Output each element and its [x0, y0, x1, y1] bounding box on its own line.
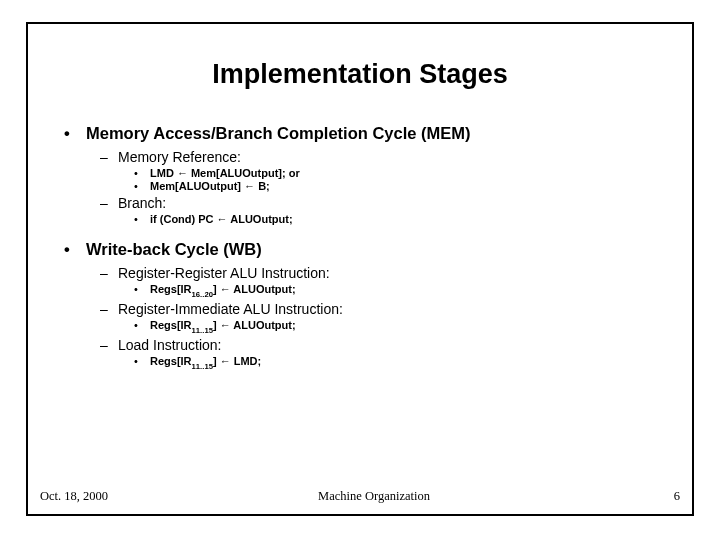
left-arrow-icon: ←: [220, 355, 231, 367]
bullet3-icon: •: [134, 319, 150, 331]
reg-reg-heading: Register-Register ALU Instruction:: [118, 265, 330, 281]
mem-cycle-heading: Memory Access/Branch Completion Cycle (M…: [86, 124, 470, 143]
item-mem-text: Mem[ALUOutput] ← B;: [150, 180, 270, 192]
bullet2-icon: –: [100, 301, 118, 317]
sub: 11..15: [192, 326, 213, 335]
t: ALUOutput;: [228, 213, 293, 225]
bullet2-icon: –: [100, 195, 118, 211]
bullet-mem-cycle: • Memory Access/Branch Completion Cycle …: [64, 124, 672, 143]
left-arrow-icon: ←: [217, 213, 228, 225]
t: Mem[ALUOutput]; or: [188, 167, 300, 179]
t: LMD;: [231, 355, 262, 367]
t: B;: [255, 180, 270, 192]
load-heading: Load Instruction:: [118, 337, 222, 353]
bullet1-icon: •: [64, 124, 86, 143]
item-regs2: • Regs[IR11..15] ← ALUOutput;: [134, 319, 672, 334]
slide-content: • Memory Access/Branch Completion Cycle …: [28, 124, 692, 371]
t: ]: [213, 283, 220, 295]
slide-title: Implementation Stages: [28, 59, 692, 90]
item-regs1: • Regs[IR16..20] ← ALUOutput;: [134, 283, 672, 298]
item-lmd: • LMD ← Mem[ALUOutput]; or: [134, 167, 672, 179]
t: Regs[IR: [150, 283, 192, 295]
wb-cycle-heading: Write-back Cycle (WB): [86, 240, 262, 259]
item-cond: • if (Cond) PC ← ALUOutput;: [134, 213, 672, 225]
t: ]: [213, 355, 220, 367]
bullet2-icon: –: [100, 265, 118, 281]
footer-page-number: 6: [640, 489, 680, 504]
left-arrow-icon: ←: [177, 167, 188, 179]
bullet3-icon: •: [134, 283, 150, 295]
sub-memory-reference: – Memory Reference:: [100, 149, 672, 165]
item-regs3-text: Regs[IR11..15] ← LMD;: [150, 355, 261, 370]
t: ALUOutput;: [231, 319, 296, 331]
slide-frame: Implementation Stages • Memory Access/Br…: [26, 22, 694, 516]
left-arrow-icon: ←: [244, 180, 255, 192]
reg-imm-heading: Register-Immediate ALU Instruction:: [118, 301, 343, 317]
left-arrow-icon: ←: [220, 319, 231, 331]
t: Mem[ALUOutput]: [150, 180, 244, 192]
t: if (Cond) PC: [150, 213, 217, 225]
bullet3-icon: •: [134, 355, 150, 367]
t: LMD: [150, 167, 177, 179]
slide-footer: Oct. 18, 2000 Machine Organization 6: [40, 489, 680, 504]
sub-load: – Load Instruction:: [100, 337, 672, 353]
t: Regs[IR: [150, 355, 192, 367]
t: ]: [213, 319, 220, 331]
item-lmd-text: LMD ← Mem[ALUOutput]; or: [150, 167, 300, 179]
item-regs3: • Regs[IR11..15] ← LMD;: [134, 355, 672, 370]
sub: 11..15: [192, 362, 213, 371]
footer-title: Machine Organization: [108, 489, 640, 504]
bullet3-icon: •: [134, 180, 150, 192]
item-regs2-text: Regs[IR11..15] ← ALUOutput;: [150, 319, 296, 334]
item-mem: • Mem[ALUOutput] ← B;: [134, 180, 672, 192]
sub-branch: – Branch:: [100, 195, 672, 211]
bullet2-icon: –: [100, 337, 118, 353]
bullet1-icon: •: [64, 240, 86, 259]
item-cond-text: if (Cond) PC ← ALUOutput;: [150, 213, 293, 225]
t: Regs[IR: [150, 319, 192, 331]
sub: 16..20: [192, 290, 213, 299]
bullet-wb-cycle: • Write-back Cycle (WB): [64, 240, 672, 259]
item-regs1-text: Regs[IR16..20] ← ALUOutput;: [150, 283, 296, 298]
bullet3-icon: •: [134, 213, 150, 225]
sub-reg-reg: – Register-Register ALU Instruction:: [100, 265, 672, 281]
left-arrow-icon: ←: [220, 283, 231, 295]
branch-heading: Branch:: [118, 195, 166, 211]
bullet3-icon: •: [134, 167, 150, 179]
bullet2-icon: –: [100, 149, 118, 165]
sub-reg-imm: – Register-Immediate ALU Instruction:: [100, 301, 672, 317]
t: ALUOutput;: [231, 283, 296, 295]
memory-reference-heading: Memory Reference:: [118, 149, 241, 165]
footer-date: Oct. 18, 2000: [40, 489, 108, 504]
